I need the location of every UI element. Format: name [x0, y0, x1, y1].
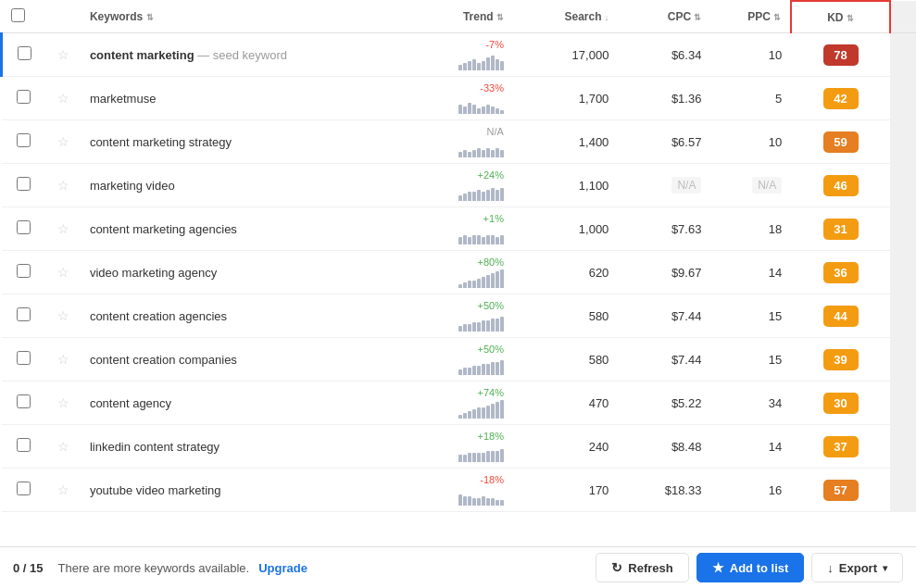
row-checkbox-cell[interactable]	[2, 120, 46, 164]
col-header-cpc[interactable]: CPC ⇅	[618, 1, 710, 33]
mini-bar	[496, 362, 499, 375]
star-icon[interactable]: ☆	[57, 482, 69, 497]
trend-sort-icon[interactable]: ⇅	[496, 13, 504, 22]
col-header-keywords[interactable]: Keywords ⇅	[81, 1, 353, 33]
table-row: ☆ content creation agencies +50% 580 $7.…	[2, 294, 917, 338]
row-star-cell[interactable]: ☆	[46, 469, 81, 512]
mini-bar	[458, 65, 462, 70]
mini-bar	[482, 320, 485, 332]
footer-upgrade-link[interactable]: Upgrade	[258, 561, 307, 575]
row-scrollbar-spacer	[890, 294, 916, 338]
cpc-sort-icon[interactable]: ⇅	[694, 13, 701, 22]
col-header-kd[interactable]: KD ⇅	[791, 1, 890, 33]
row-checkbox[interactable]	[17, 90, 31, 104]
row-checkbox[interactable]	[18, 46, 31, 60]
row-cpc-cell: N/A	[618, 164, 710, 207]
mini-bar	[472, 105, 476, 114]
star-icon[interactable]: ☆	[57, 395, 69, 410]
row-checkbox-cell[interactable]	[2, 382, 46, 425]
star-icon[interactable]: ☆	[57, 308, 69, 323]
cpc-na: N/A	[671, 177, 701, 194]
row-checkbox[interactable]	[17, 220, 31, 234]
row-checkbox-cell[interactable]	[2, 207, 46, 251]
row-checkbox[interactable]	[17, 482, 31, 495]
row-trend-cell: +80%	[352, 251, 512, 294]
keyword-text: youtube video marketing	[90, 483, 221, 497]
ppc-sort-icon[interactable]: ⇅	[773, 13, 781, 22]
row-star-cell[interactable]: ☆	[46, 33, 81, 77]
row-checkbox[interactable]	[17, 351, 31, 365]
row-cpc-cell: $9.67	[618, 251, 710, 294]
row-checkbox-cell[interactable]	[2, 294, 46, 338]
mini-bar	[477, 148, 481, 157]
col-header-trend[interactable]: Trend ⇅	[352, 1, 512, 33]
row-ppc-cell: 16	[710, 469, 791, 512]
star-icon[interactable]: ☆	[57, 91, 69, 106]
trend-bars	[361, 182, 503, 201]
select-all-checkbox[interactable]	[11, 8, 25, 22]
row-kd-cell: 30	[791, 382, 890, 425]
row-search-cell: 580	[513, 294, 618, 338]
row-keyword-cell: marketing video	[81, 164, 353, 207]
row-checkbox[interactable]	[17, 438, 31, 452]
row-checkbox-cell[interactable]	[2, 164, 46, 207]
star-icon[interactable]: ☆	[57, 265, 69, 280]
star-icon[interactable]: ☆	[57, 178, 69, 193]
cpc-value: $18.33	[665, 483, 702, 497]
row-checkbox-cell[interactable]	[2, 33, 46, 77]
row-checkbox[interactable]	[17, 177, 31, 191]
star-icon[interactable]: ☆	[57, 352, 69, 367]
add-to-list-label: Add to list	[730, 561, 789, 575]
mini-bar	[477, 498, 481, 506]
star-icon[interactable]: ☆	[57, 221, 69, 236]
row-checkbox-cell[interactable]	[2, 425, 46, 469]
col-header-check[interactable]	[2, 1, 46, 33]
row-checkbox-cell[interactable]	[2, 77, 46, 120]
ppc-value: 10	[769, 48, 782, 62]
row-checkbox[interactable]	[17, 307, 31, 321]
row-checkbox-cell[interactable]	[2, 338, 46, 382]
star-icon[interactable]: ☆	[57, 439, 69, 454]
row-keyword-cell: youtube video marketing	[81, 469, 353, 512]
row-star-cell[interactable]: ☆	[46, 425, 81, 469]
col-header-ppc[interactable]: PPC ⇅	[710, 1, 791, 33]
row-star-cell[interactable]: ☆	[46, 251, 81, 294]
mini-bar	[472, 192, 476, 201]
col-keywords-label: Keywords	[90, 10, 143, 23]
row-star-cell[interactable]: ☆	[46, 164, 81, 207]
mini-bar	[482, 237, 485, 244]
kd-sort-icon[interactable]: ⇅	[847, 14, 854, 23]
refresh-button[interactable]: ↻ Refresh	[596, 553, 688, 582]
mini-bar	[500, 400, 504, 419]
trend-bars	[361, 357, 503, 375]
row-star-cell[interactable]: ☆	[46, 294, 81, 338]
search-value: 17,000	[572, 48, 609, 62]
row-cpc-cell: $7.44	[618, 338, 710, 382]
row-checkbox-cell[interactable]	[2, 251, 46, 294]
keyword-text: marketmuse	[90, 92, 157, 106]
row-star-cell[interactable]: ☆	[46, 77, 81, 120]
row-star-cell[interactable]: ☆	[46, 382, 81, 425]
add-to-list-button[interactable]: ★ Add to list	[696, 553, 805, 582]
col-header-star	[46, 1, 81, 33]
row-star-cell[interactable]: ☆	[46, 120, 81, 164]
col-trend-label: Trend	[463, 10, 494, 23]
col-header-search[interactable]: Search ↓	[513, 1, 618, 33]
keywords-sort-icon[interactable]: ⇅	[146, 13, 154, 22]
row-search-cell: 1,400	[513, 120, 618, 164]
add-to-list-icon: ★	[712, 560, 724, 575]
row-checkbox[interactable]	[17, 264, 31, 278]
keyword-text: content creation agencies	[90, 309, 227, 323]
row-keyword-cell: content marketing strategy	[81, 120, 353, 164]
row-star-cell[interactable]: ☆	[46, 207, 81, 251]
row-star-cell[interactable]: ☆	[46, 338, 81, 382]
star-icon[interactable]: ☆	[57, 134, 69, 149]
row-checkbox-cell[interactable]	[2, 469, 46, 512]
star-icon[interactable]: ☆	[57, 47, 69, 62]
row-checkbox[interactable]	[17, 394, 31, 408]
mini-bar	[468, 496, 471, 506]
row-checkbox[interactable]	[17, 133, 31, 147]
search-sort-icon[interactable]: ↓	[605, 13, 609, 22]
table-container[interactable]: Keywords ⇅ Trend ⇅ Search ↓ CPC ⇅	[0, 0, 916, 546]
export-button[interactable]: ↓ Export ▾	[811, 553, 903, 582]
